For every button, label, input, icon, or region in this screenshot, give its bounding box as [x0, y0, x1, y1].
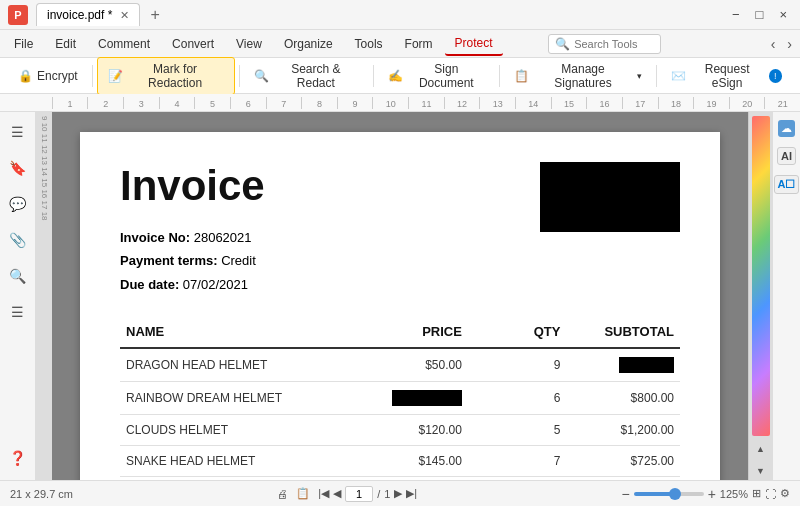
scroll-down-icon[interactable]: ▼ [756, 466, 765, 476]
svg-text:P: P [14, 9, 21, 21]
menu-convert[interactable]: Convert [162, 33, 224, 55]
zoom-out-button[interactable]: − [621, 486, 629, 502]
ruler-mark: 3 [123, 97, 159, 109]
table-row: RAINBOW DREAM HELMET 6 $800.00 [120, 382, 680, 415]
search-redact-label: Search & Redact [273, 62, 360, 90]
full-screen-button[interactable]: ⛶ [765, 488, 776, 500]
sidebar-bottom-icon[interactable]: ❓ [5, 446, 30, 470]
item-price [354, 382, 468, 415]
sidebar-attachment-icon[interactable]: 📎 [5, 228, 30, 252]
col-qty: QTY [468, 316, 567, 348]
ruler-mark: 2 [87, 97, 123, 109]
settings-icon[interactable]: ⚙ [780, 487, 790, 500]
due-date: Due date: 07/02/2021 [120, 273, 680, 296]
search-redact-button[interactable]: 🔍 Search & Redact [244, 58, 370, 94]
item-qty: 5 [468, 415, 567, 446]
first-page-button[interactable]: |◀ [318, 487, 329, 500]
back-arrow[interactable]: ‹ [767, 34, 780, 54]
table-row: CLOUDS HELMET $120.00 5 $1,200.00 [120, 415, 680, 446]
item-subtotal: $725.00 [566, 446, 680, 477]
menu-bar: File Edit Comment Convert View Organize … [0, 30, 800, 58]
scroll-up-icon[interactable]: ▲ [756, 444, 765, 454]
status-bar: 21 x 29.7 cm 🖨 📋 |◀ ◀ / 1 ▶ ▶| − + 125% … [0, 480, 800, 506]
last-page-button[interactable]: ▶| [406, 487, 417, 500]
ruler-mark: 15 [551, 97, 587, 109]
close-tab-icon[interactable]: ✕ [120, 9, 129, 22]
redacted-value [619, 357, 674, 373]
help-icon[interactable]: 📋 [296, 487, 310, 500]
active-tab[interactable]: invoice.pdf * ✕ [36, 3, 140, 26]
page-thumbnail[interactable] [752, 116, 770, 436]
ruler-mark: 12 [444, 97, 480, 109]
prev-page-button[interactable]: ◀ [333, 487, 341, 500]
menu-protect[interactable]: Protect [445, 32, 503, 56]
print-icon[interactable]: 🖨 [277, 488, 288, 500]
sidebar-bookmark-icon[interactable]: 🔖 [5, 156, 30, 180]
sign-icon: ✍️ [388, 69, 403, 83]
sidebar-home-icon[interactable]: ☰ [7, 120, 28, 144]
main-area: ☰ 🔖 💬 📎 🔍 ☰ ❓ 9 10 11 12 13 14 15 16 17 … [0, 112, 800, 480]
new-tab-button[interactable]: + [144, 6, 165, 24]
item-name: THUNDERBIRD HELMET [120, 477, 354, 480]
request-esign-label: Request eSign [690, 62, 765, 90]
col-name: NAME [120, 316, 354, 348]
close-button[interactable]: × [774, 5, 792, 24]
esign-icon: ✉️ [671, 69, 686, 83]
page-number-input[interactable] [345, 486, 373, 502]
item-subtotal: $900.00 [566, 477, 680, 480]
menu-view[interactable]: View [226, 33, 272, 55]
action-sidebar: ☁ AI A☐ [772, 112, 800, 480]
sign-document-button[interactable]: ✍️ Sign Document [378, 58, 495, 94]
sidebar-layers-icon[interactable]: ☰ [7, 300, 28, 324]
request-esign-button[interactable]: ✉️ Request eSign ! [661, 58, 792, 94]
next-page-button[interactable]: ▶ [394, 487, 402, 500]
toolbar: 🔒 Encrypt 📝 Mark for Redaction 🔍 Search … [0, 58, 800, 94]
zoom-slider[interactable] [634, 492, 704, 496]
ai-action-icon[interactable]: AI [777, 147, 796, 165]
payment-terms: Payment terms: Credit [120, 249, 680, 272]
page-total: 1 [384, 488, 390, 500]
office-action-icon[interactable]: A☐ [774, 175, 800, 194]
page-dimensions: 21 x 29.7 cm [10, 488, 73, 500]
table-header-row: NAME PRICE QTY SUBTOTAL [120, 316, 680, 348]
minimize-button[interactable]: − [727, 5, 745, 24]
forward-arrow[interactable]: › [783, 34, 796, 54]
zoom-level: 125% [720, 488, 748, 500]
item-subtotal: $800.00 [566, 382, 680, 415]
ruler: 1 2 3 4 5 6 7 8 9 10 11 12 13 14 15 16 1… [0, 94, 800, 112]
table-row: DRAGON HEAD HELMET $50.00 9 [120, 348, 680, 382]
zoom-controls: − + 125% ⊞ ⛶ ⚙ [621, 486, 790, 502]
manage-signatures-button[interactable]: 📋 Manage Signatures ▾ [504, 58, 651, 94]
menu-organize[interactable]: Organize [274, 33, 343, 55]
ruler-mark: 5 [194, 97, 230, 109]
cloud-action-icon[interactable]: ☁ [778, 120, 795, 137]
ruler-mark: 11 [408, 97, 444, 109]
item-price: $50.00 [354, 348, 468, 382]
separator-1 [92, 65, 93, 87]
content-area[interactable]: Invoice Invoice No: 28062021 Payment ter… [52, 112, 748, 480]
mark-redaction-button[interactable]: 📝 Mark for Redaction [97, 57, 235, 95]
page-number-label: 9 10 11 12 13 14 15 16 17 18 [40, 116, 49, 221]
sidebar-comment-icon[interactable]: 💬 [5, 192, 30, 216]
esign-badge: ! [769, 69, 782, 83]
title-bar: P invoice.pdf * ✕ + − □ × [0, 0, 800, 30]
item-price: $180.00 [354, 477, 468, 480]
maximize-button[interactable]: □ [751, 5, 769, 24]
menu-comment[interactable]: Comment [88, 33, 160, 55]
ruler-mark: 7 [266, 97, 302, 109]
menu-file[interactable]: File [4, 33, 43, 55]
zoom-in-button[interactable]: + [708, 486, 716, 502]
fit-page-button[interactable]: ⊞ [752, 487, 761, 500]
ruler-mark: 1 [52, 97, 88, 109]
tab-label: invoice.pdf * [47, 8, 112, 22]
search-tools[interactable]: 🔍 [548, 34, 661, 54]
menu-tools[interactable]: Tools [345, 33, 393, 55]
search-input[interactable] [574, 38, 654, 50]
left-sidebar: ☰ 🔖 💬 📎 🔍 ☰ ❓ [0, 112, 36, 480]
redacted-value [392, 390, 462, 406]
encrypt-button[interactable]: 🔒 Encrypt [8, 65, 88, 87]
menu-edit[interactable]: Edit [45, 33, 86, 55]
sidebar-search-icon[interactable]: 🔍 [5, 264, 30, 288]
menu-form[interactable]: Form [395, 33, 443, 55]
ruler-mark: 19 [693, 97, 729, 109]
